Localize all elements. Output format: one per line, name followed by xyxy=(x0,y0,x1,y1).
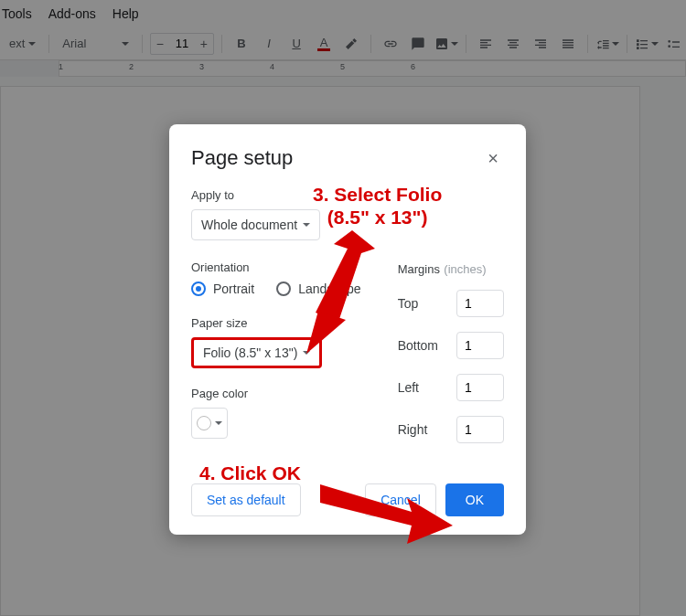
caret-icon xyxy=(303,223,310,227)
color-swatch-icon xyxy=(197,416,211,430)
margins-label: Margins xyxy=(398,262,440,276)
landscape-radio[interactable]: Landscape xyxy=(276,281,361,296)
cancel-button[interactable]: Cancel xyxy=(365,483,436,516)
ok-button[interactable]: OK xyxy=(445,483,504,516)
close-button[interactable]: × xyxy=(482,148,504,169)
margin-bottom-input[interactable] xyxy=(456,332,504,359)
paper-size-label: Paper size xyxy=(191,316,361,330)
radio-off-icon xyxy=(276,281,291,296)
margin-left-label: Left xyxy=(398,380,419,395)
margin-top-label: Top xyxy=(398,296,419,311)
orientation-label: Orientation xyxy=(191,260,361,274)
margin-bottom-label: Bottom xyxy=(398,338,438,353)
set-default-button[interactable]: Set as default xyxy=(191,483,301,516)
margin-right-label: Right xyxy=(398,422,428,437)
caret-icon xyxy=(215,421,222,425)
margin-left-input[interactable] xyxy=(456,374,504,401)
page-setup-dialog: Page setup × Apply to Whole document Ori… xyxy=(169,124,526,535)
portrait-label: Portrait xyxy=(213,281,254,296)
dialog-title: Page setup xyxy=(191,146,293,170)
apply-to-label: Apply to xyxy=(191,188,504,202)
close-icon: × xyxy=(488,148,498,168)
margin-top-input[interactable] xyxy=(456,290,504,317)
landscape-label: Landscape xyxy=(298,281,361,296)
radio-on-icon xyxy=(191,281,206,296)
paper-size-value: Folio (8.5" x 13") xyxy=(203,345,297,360)
margins-hint: (inches) xyxy=(444,262,486,276)
portrait-radio[interactable]: Portrait xyxy=(191,281,254,296)
apply-to-dropdown[interactable]: Whole document xyxy=(191,209,320,240)
apply-to-value: Whole document xyxy=(201,218,297,232)
margin-right-input[interactable] xyxy=(456,416,504,443)
paper-size-dropdown[interactable]: Folio (8.5" x 13") xyxy=(191,337,322,368)
caret-icon xyxy=(303,351,310,355)
page-color-label: Page color xyxy=(191,387,361,400)
page-color-dropdown[interactable] xyxy=(191,408,228,439)
